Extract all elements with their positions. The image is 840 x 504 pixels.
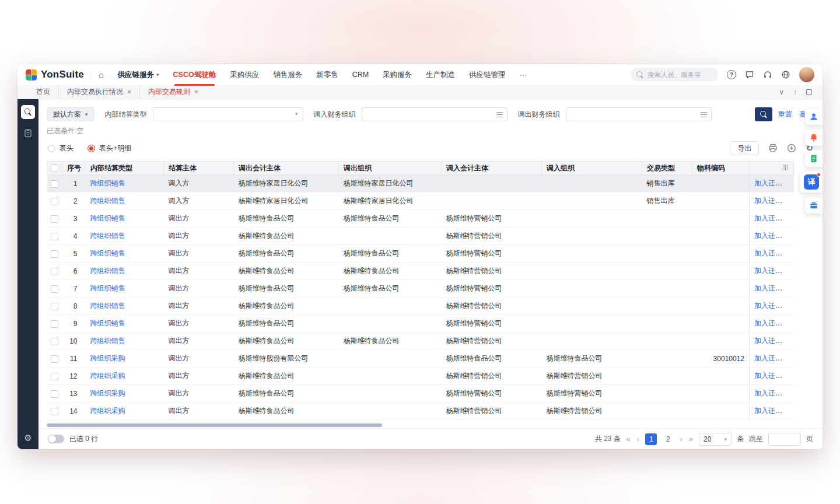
last-page-icon[interactable]: »	[688, 435, 694, 443]
settlement-type-link[interactable]: 跨组织销售	[90, 232, 125, 240]
row-checkbox[interactable]	[51, 373, 58, 380]
tab-internal-transaction-execution[interactable]: 内部交易执行情况 ×	[58, 85, 139, 99]
add-to-migration-link[interactable]: 加入迁移清单	[754, 319, 794, 327]
user-avatar[interactable]	[799, 67, 814, 82]
add-to-migration-link[interactable]: 加入迁移清单	[754, 232, 794, 240]
col-header-trade-type[interactable]: 交易类型	[642, 162, 692, 175]
filter-scheme-button[interactable]: 默认方案 ▾	[47, 107, 94, 121]
settlement-type-link[interactable]: 跨组织销售	[90, 267, 125, 275]
settings-gear-icon[interactable]: ⚙	[18, 433, 38, 443]
settlement-type-link[interactable]: 跨组织销售	[90, 284, 125, 292]
prev-page-icon[interactable]: ‹	[636, 435, 640, 443]
close-icon[interactable]: ×	[127, 89, 131, 96]
print-icon[interactable]	[768, 144, 778, 153]
nav-item-supply-chain-mgmt[interactable]: 供应链管理	[469, 70, 506, 80]
settlement-type-link[interactable]: 跨组织销售	[90, 214, 125, 222]
col-header-out-org[interactable]: 调出组织	[339, 162, 442, 175]
workspace-briefcase-icon[interactable]	[805, 197, 822, 214]
column-settings-icon[interactable]	[783, 164, 789, 170]
page-size-select[interactable]: 20 ▾	[699, 433, 732, 446]
add-to-migration-link[interactable]: 加入迁移清单	[754, 389, 794, 397]
first-page-icon[interactable]: «	[626, 435, 631, 443]
nav-item-manufacturing[interactable]: 生产制造	[426, 70, 455, 80]
reference-list-icon[interactable]	[701, 112, 707, 117]
selected-rows-toggle[interactable]	[48, 435, 64, 443]
row-checkbox[interactable]	[51, 303, 58, 310]
document-assistant-icon[interactable]	[805, 150, 822, 167]
nav-item-new-retail[interactable]: 新零售	[316, 70, 338, 80]
add-to-migration-link[interactable]: 加入迁移清单	[754, 267, 794, 275]
export-button[interactable]: 导出	[730, 141, 759, 155]
radio-header-only[interactable]: 表头	[48, 144, 74, 153]
fullscreen-icon[interactable]	[806, 89, 812, 95]
nav-item-supply-chain-services[interactable]: 供应链服务 ▾	[117, 70, 159, 80]
download-icon[interactable]	[787, 144, 796, 153]
collapse-up-icon[interactable]: ↑	[793, 88, 797, 96]
settlement-type-link[interactable]: 跨组织采购	[90, 372, 125, 380]
message-icon[interactable]	[745, 70, 754, 79]
global-search-input[interactable]	[648, 71, 712, 78]
add-to-migration-link[interactable]: 加入迁移清单	[754, 302, 794, 310]
col-header-material-code[interactable]: 物料编码	[692, 162, 750, 175]
row-checkbox[interactable]	[51, 338, 58, 345]
sidebar-search-icon[interactable]	[21, 105, 35, 119]
settlement-type-link[interactable]: 跨组织采购	[90, 354, 125, 362]
tabs-chevron-icon[interactable]: ∨	[779, 88, 784, 96]
settlement-type-link[interactable]: 跨组织采购	[90, 407, 125, 415]
add-to-migration-link[interactable]: 加入迁移清单	[754, 179, 794, 187]
settlement-type-link[interactable]: 跨组织采购	[90, 389, 125, 397]
add-to-migration-link[interactable]: 加入迁移清单	[754, 407, 794, 415]
radio-header-detail[interactable]: 表头+明细	[88, 144, 131, 153]
nav-item-sales-service[interactable]: 销售服务	[273, 70, 302, 80]
next-page-icon[interactable]: ›	[679, 435, 682, 443]
home-icon[interactable]: ⌂	[99, 70, 103, 79]
nav-item-crm[interactable]: CRM	[352, 71, 369, 79]
out-finance-org-input[interactable]	[566, 107, 712, 121]
settlement-type-link[interactable]: 跨组织销售	[90, 302, 125, 310]
nav-item-purchase-service[interactable]: 采购服务	[383, 70, 412, 80]
tab-internal-transaction-rules[interactable]: 内部交易规则 ×	[139, 85, 206, 99]
settlement-type-select[interactable]: ▾	[153, 107, 303, 121]
row-checkbox[interactable]	[51, 285, 58, 293]
add-to-migration-link[interactable]: 加入迁移清单	[754, 337, 794, 345]
filter-search-button[interactable]	[755, 107, 772, 121]
settlement-type-link[interactable]: 跨组织销售	[90, 319, 125, 327]
add-to-migration-link[interactable]: 加入迁移清单	[754, 197, 794, 205]
close-icon[interactable]: ×	[194, 89, 198, 96]
settlement-type-link[interactable]: 跨组织销售	[90, 249, 125, 257]
row-checkbox[interactable]	[51, 390, 58, 398]
col-header-out-accounting-entity[interactable]: 调出会计主体	[234, 162, 339, 175]
translate-assistant-icon[interactable]: 译	[800, 172, 822, 192]
col-header-settlement-body[interactable]: 结算主体	[164, 162, 234, 175]
tab-home[interactable]: 首页	[28, 85, 58, 99]
horizontal-scrollbar-thumb[interactable]	[47, 424, 382, 427]
reset-link[interactable]: 重置	[778, 110, 792, 120]
select-all-checkbox[interactable]	[51, 164, 58, 172]
row-checkbox[interactable]	[51, 198, 58, 205]
nav-more-icon[interactable]: ⋯	[520, 71, 527, 79]
settlement-type-link[interactable]: 跨组织销售	[90, 197, 125, 205]
settlement-type-link[interactable]: 跨组织销售	[90, 337, 125, 345]
row-checkbox[interactable]	[51, 233, 58, 240]
row-checkbox[interactable]	[51, 320, 58, 328]
add-to-migration-link[interactable]: 加入迁移清单	[754, 214, 794, 222]
col-header-seq[interactable]: 序号	[62, 162, 86, 175]
row-checkbox[interactable]	[51, 355, 58, 363]
col-header-in-accounting-entity[interactable]: 调入会计主体	[442, 162, 542, 175]
row-checkbox[interactable]	[51, 180, 58, 188]
col-header-in-org[interactable]: 调入组织	[542, 162, 642, 175]
nav-item-purchase-supply[interactable]: 采购供应	[230, 70, 259, 80]
add-to-migration-link[interactable]: 加入迁移清单	[754, 354, 794, 362]
add-to-migration-link[interactable]: 加入迁移清单	[754, 249, 794, 257]
row-checkbox[interactable]	[51, 268, 58, 275]
customer-service-icon[interactable]	[763, 70, 772, 79]
sidebar-report-icon[interactable]	[21, 126, 35, 140]
help-icon[interactable]: ?	[727, 70, 736, 79]
add-to-migration-link[interactable]: 加入迁移清单	[754, 372, 794, 380]
settlement-type-link[interactable]: 跨组织销售	[90, 179, 125, 187]
contacts-assistant-icon[interactable]	[805, 108, 822, 125]
row-checkbox[interactable]	[51, 408, 58, 415]
notification-bell-icon[interactable]	[805, 130, 822, 146]
add-to-migration-link[interactable]: 加入迁移清单	[754, 284, 794, 292]
globe-icon[interactable]	[781, 70, 790, 79]
